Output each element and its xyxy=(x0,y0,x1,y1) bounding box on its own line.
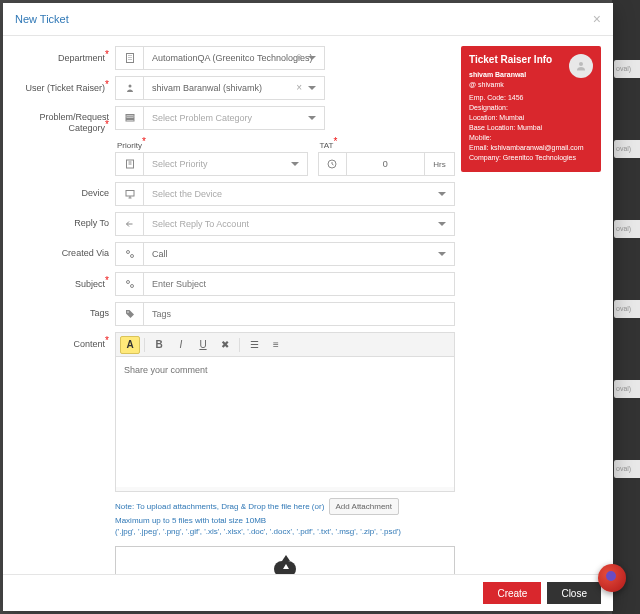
info-mobile: Mobile: xyxy=(469,134,593,141)
chevron-down-icon xyxy=(308,116,316,120)
info-email: Email: kshivambaranwal@gmail.com xyxy=(469,144,593,151)
created-via-label: Created Via xyxy=(15,242,115,258)
tag-icon xyxy=(115,302,143,326)
user-icon xyxy=(115,76,143,100)
priority-placeholder: Select Priority xyxy=(152,159,208,169)
svg-point-2 xyxy=(128,85,131,88)
bold-button[interactable]: B xyxy=(149,336,169,354)
tat-input[interactable]: 0 xyxy=(346,152,426,176)
category-icon xyxy=(115,106,143,130)
info-company: Company: Greenitco Technologies xyxy=(469,154,593,161)
modal-title: New Ticket xyxy=(15,13,69,25)
settings-icon xyxy=(115,242,143,266)
chevron-down-icon xyxy=(308,86,316,90)
svg-point-11 xyxy=(126,281,129,284)
chevron-down-icon xyxy=(438,252,446,256)
info-base-location: Base Location: Mumbai xyxy=(469,124,593,131)
voice-assist-fab[interactable] xyxy=(598,564,626,592)
subject-label: Subject xyxy=(15,272,115,289)
ordered-list-button[interactable]: ≡ xyxy=(266,336,286,354)
svg-rect-1 xyxy=(126,54,133,63)
svg-rect-4 xyxy=(126,117,134,119)
tags-text[interactable] xyxy=(152,309,446,319)
tags-input[interactable] xyxy=(143,302,455,326)
subject-text[interactable] xyxy=(152,279,446,289)
tat-unit: Hrs xyxy=(425,152,455,176)
clear-icon[interactable]: × xyxy=(296,52,302,63)
category-select[interactable]: Select Problem Category xyxy=(143,106,325,130)
list-item: oval) xyxy=(614,300,640,318)
italic-button[interactable]: I xyxy=(171,336,191,354)
content-textarea[interactable] xyxy=(116,357,454,487)
device-label: Device xyxy=(15,182,115,198)
svg-rect-5 xyxy=(126,120,134,122)
editor-toolbar: A B I U ✖ ☰ ≡ xyxy=(116,333,454,357)
category-label: Problem/Request Category xyxy=(15,106,115,133)
info-location: Location: Mumbai xyxy=(469,114,593,121)
file-drop-zone[interactable]: Drag & Drop files here xyxy=(115,546,455,574)
info-handle: @ shivamk xyxy=(469,81,593,88)
device-placeholder: Select the Device xyxy=(152,189,222,199)
svg-point-10 xyxy=(130,255,133,258)
svg-point-9 xyxy=(126,251,129,254)
priority-select[interactable]: Select Priority xyxy=(143,152,308,176)
add-attachment-button[interactable]: Add Attachment xyxy=(329,498,399,515)
user-label: User (Ticket Raiser) xyxy=(15,76,115,93)
created-via-select[interactable]: Call xyxy=(143,242,455,266)
chevron-down-icon xyxy=(438,192,446,196)
unordered-list-button[interactable]: ☰ xyxy=(244,336,264,354)
info-emp-code: Emp. Code: 1456 xyxy=(469,94,593,101)
clear-icon[interactable]: × xyxy=(296,82,302,93)
department-select[interactable]: AutomationQA (Greenitco Technologies) × xyxy=(143,46,325,70)
attachment-note: Note: To upload attachments, Drag & Drop… xyxy=(115,498,455,538)
device-select[interactable]: Select the Device xyxy=(143,182,455,206)
user-value: shivam Baranwal (shivamk) xyxy=(152,83,262,93)
new-ticket-modal: New Ticket × Ticket Raiser Info shivam B… xyxy=(3,3,613,611)
font-color-button[interactable]: A xyxy=(120,336,140,354)
create-button[interactable]: Create xyxy=(483,582,541,604)
ticket-raiser-info-panel: Ticket Raiser Info shivam Baranwal @ shi… xyxy=(461,46,601,172)
tat-value: 0 xyxy=(383,159,388,169)
svg-point-12 xyxy=(130,285,133,288)
list-item: oval) xyxy=(614,380,640,398)
priority-label: Priority xyxy=(115,139,308,150)
upload-icon xyxy=(274,561,296,574)
reply-icon xyxy=(115,212,143,236)
chevron-down-icon xyxy=(308,56,316,60)
list-item: oval) xyxy=(614,220,640,238)
rich-text-editor: A B I U ✖ ☰ ≡ xyxy=(115,332,455,492)
subject-icon xyxy=(115,272,143,296)
svg-rect-3 xyxy=(126,115,134,117)
user-select[interactable]: shivam Baranwal (shivamk) × xyxy=(143,76,325,100)
list-item: oval) xyxy=(614,60,640,78)
close-button[interactable]: Close xyxy=(547,582,601,604)
svg-point-0 xyxy=(579,62,583,66)
list-item: oval) xyxy=(614,140,640,158)
department-label: Department xyxy=(15,46,115,63)
reply-to-placeholder: Select Reply To Account xyxy=(152,219,249,229)
subject-input[interactable] xyxy=(143,272,455,296)
tat-label: TAT xyxy=(318,139,456,150)
info-designation: Designation: xyxy=(469,104,593,111)
content-label: Content xyxy=(15,332,115,349)
chevron-down-icon xyxy=(438,222,446,226)
monitor-icon xyxy=(115,182,143,206)
svg-point-13 xyxy=(127,311,129,313)
reply-to-label: Reply To xyxy=(15,212,115,228)
chevron-down-icon xyxy=(291,162,299,166)
tags-label: Tags xyxy=(15,302,115,318)
svg-rect-8 xyxy=(126,191,134,197)
priority-icon xyxy=(115,152,143,176)
list-item: oval) xyxy=(614,460,640,478)
building-icon xyxy=(115,46,143,70)
reply-to-select[interactable]: Select Reply To Account xyxy=(143,212,455,236)
underline-button[interactable]: U xyxy=(193,336,213,354)
category-placeholder: Select Problem Category xyxy=(152,113,252,123)
clock-icon xyxy=(318,152,346,176)
clear-format-button[interactable]: ✖ xyxy=(215,336,235,354)
department-value: AutomationQA (Greenitco Technologies) xyxy=(152,53,312,63)
created-via-value: Call xyxy=(152,249,168,259)
avatar xyxy=(569,54,593,78)
close-icon[interactable]: × xyxy=(593,11,601,27)
